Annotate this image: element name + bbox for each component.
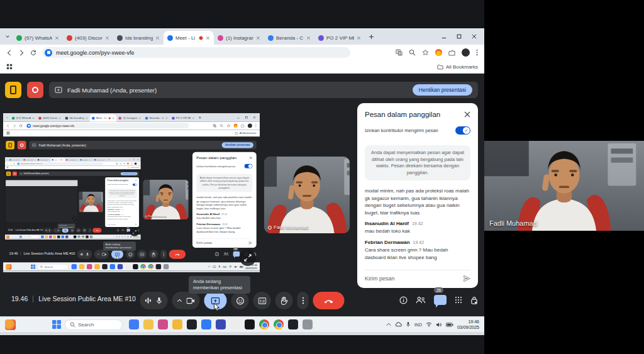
minimize-button[interactable]: [237, 116, 240, 119]
browser-tab-po2vip[interactable]: PO 2 VIP ME: [170, 114, 196, 121]
tab-close-icon[interactable]: [105, 36, 109, 40]
browser-tab-instagram[interactable]: (1) Instagram: [116, 114, 143, 121]
camera-icon[interactable]: [102, 253, 106, 257]
app-icon-edge[interactable]: [62, 235, 64, 238]
tab-close-icon[interactable]: [86, 117, 88, 119]
browser-menu-icon[interactable]: [476, 49, 478, 56]
bookmark-star-icon[interactable]: [227, 124, 231, 128]
minimize-button[interactable]: [441, 34, 447, 39]
stop-presenting-button[interactable]: Hentikan presentasi: [413, 84, 472, 96]
app-icon-edge[interactable]: [201, 319, 211, 329]
close-window-button[interactable]: [472, 34, 477, 39]
app-icon-chrome-2[interactable]: [148, 264, 153, 269]
captions-button[interactable]: [137, 250, 147, 259]
tab-close-icon[interactable]: [155, 36, 160, 40]
app-icon-z-app-2[interactable]: [156, 264, 161, 269]
app-icon-chrome-2[interactable]: [274, 319, 284, 329]
chat-panel-button[interactable]: 26: [233, 252, 240, 257]
share-screen-button[interactable]: [204, 292, 227, 309]
profile-avatar[interactable]: [248, 124, 252, 128]
back-icon[interactable]: [6, 50, 13, 56]
app-icon-store[interactable]: [65, 235, 68, 238]
more-options-button[interactable]: [160, 250, 167, 259]
tab-search-icon[interactable]: [6, 116, 8, 119]
start-button[interactable]: [19, 236, 22, 238]
app-icon-z-app[interactable]: [187, 319, 197, 329]
onedrive-cloud-icon[interactable]: [213, 265, 216, 268]
all-bookmarks-button[interactable]: All Bookmarks: [437, 64, 478, 70]
microphone-icon[interactable]: [86, 252, 89, 257]
profile-avatar[interactable]: [135, 163, 137, 165]
forward-icon[interactable]: [13, 124, 16, 127]
send-message-icon[interactable]: [135, 223, 136, 225]
taskbar-search[interactable]: Search: [65, 319, 123, 330]
extensions-icon[interactable]: [241, 124, 245, 128]
people-icon[interactable]: [223, 252, 228, 256]
app-icon-photos[interactable]: [158, 319, 168, 329]
taskbar-search[interactable]: Search: [38, 264, 69, 270]
battery-icon[interactable]: [240, 265, 243, 268]
tab-close-icon[interactable]: [105, 159, 106, 160]
close-window-button[interactable]: [253, 116, 255, 119]
chat-permission-toggle[interactable]: [133, 184, 137, 185]
app-icon-amazon[interactable]: [125, 264, 130, 269]
expand-fullscreen-button[interactable]: [72, 217, 77, 221]
reactions-button[interactable]: [231, 292, 249, 309]
participant-video-tile[interactable]: Fadli Muhamad: [143, 180, 189, 219]
tab-close-icon[interactable]: [32, 117, 35, 119]
browser-menu-icon[interactable]: [255, 124, 257, 128]
volume-icon[interactable]: [127, 236, 129, 237]
tray-mic-icon[interactable]: [218, 265, 221, 268]
camera-icon[interactable]: [57, 230, 60, 231]
shared-screen-preview[interactable]: (57) WhatsA (403) Discord Ide branding: [3, 113, 260, 272]
people-icon[interactable]: [416, 296, 426, 304]
onedrive-cloud-icon[interactable]: [116, 236, 118, 237]
translate-icon[interactable]: [116, 163, 118, 165]
tab-close-icon[interactable]: [58, 117, 61, 119]
more-options-button[interactable]: [297, 292, 309, 309]
raise-hand-button[interactable]: [82, 228, 87, 233]
browser-tab-discord[interactable]: (403) Discord: [36, 114, 63, 121]
host-controls-lock-icon[interactable]: [470, 296, 478, 304]
chevron-up-icon[interactable]: [55, 230, 56, 231]
wifi-icon[interactable]: [125, 236, 126, 237]
participant-video-tile[interactable]: Fadli Muhamad: [264, 157, 350, 233]
new-tab-button[interactable]: [369, 34, 374, 40]
extension-overlay-icon[interactable]: [6, 172, 11, 176]
battery-icon[interactable]: [130, 236, 132, 238]
all-bookmarks-button[interactable]: All Bookmarks: [128, 167, 139, 168]
activities-grid-icon[interactable]: [455, 296, 462, 304]
close-chat-icon[interactable]: [464, 111, 470, 118]
extension-flame-icon[interactable]: [234, 124, 238, 128]
app-icon-calculator[interactable]: [90, 235, 92, 238]
app-icon-file-explorer[interactable]: [143, 319, 153, 329]
apps-grid-icon[interactable]: [6, 131, 9, 135]
app-icon-file-explorer[interactable]: [79, 264, 84, 269]
extension-flame-icon[interactable]: [127, 163, 129, 165]
maximize-button[interactable]: [457, 34, 462, 39]
app-icon-amazon[interactable]: [69, 235, 72, 238]
close-chat-icon[interactable]: [249, 156, 252, 159]
app-icon-calculator[interactable]: [164, 264, 169, 269]
app-icon-edge[interactable]: [110, 264, 115, 269]
close-window-button[interactable]: [137, 158, 138, 160]
chat-permission-toggle[interactable]: [245, 164, 253, 169]
tray-mic-icon[interactable]: [406, 321, 411, 328]
browser-tab-whatsapp[interactable]: (57) WhatsA: [13, 31, 63, 45]
expand-fullscreen-button[interactable]: [130, 228, 139, 236]
info-icon[interactable]: [399, 296, 408, 304]
people-icon[interactable]: [121, 229, 124, 231]
captions-button[interactable]: [76, 228, 81, 233]
browser-tab-ide-branding[interactable]: Ide branding: [113, 31, 164, 45]
address-bar[interactable]: meet.google.com/pyv-xwee-vfe: [42, 47, 350, 58]
app-icon-dark-app[interactable]: [245, 319, 255, 329]
browser-tab-meet-active[interactable]: Meet - Li: [90, 114, 116, 121]
app-icon-z-app-2[interactable]: [288, 319, 298, 329]
app-icon-photos[interactable]: [49, 235, 52, 238]
tab-close-icon[interactable]: [20, 159, 21, 160]
apps-grid-icon[interactable]: [6, 167, 8, 169]
shared-screen-preview[interactable]: [6, 180, 78, 223]
participant-video-tile[interactable]: Fadli Muhamad: [79, 192, 103, 213]
shared-screen-preview[interactable]: (57) WhatsA (403) Discord Ide branding: [5, 157, 141, 240]
reactions-button[interactable]: [70, 228, 75, 233]
